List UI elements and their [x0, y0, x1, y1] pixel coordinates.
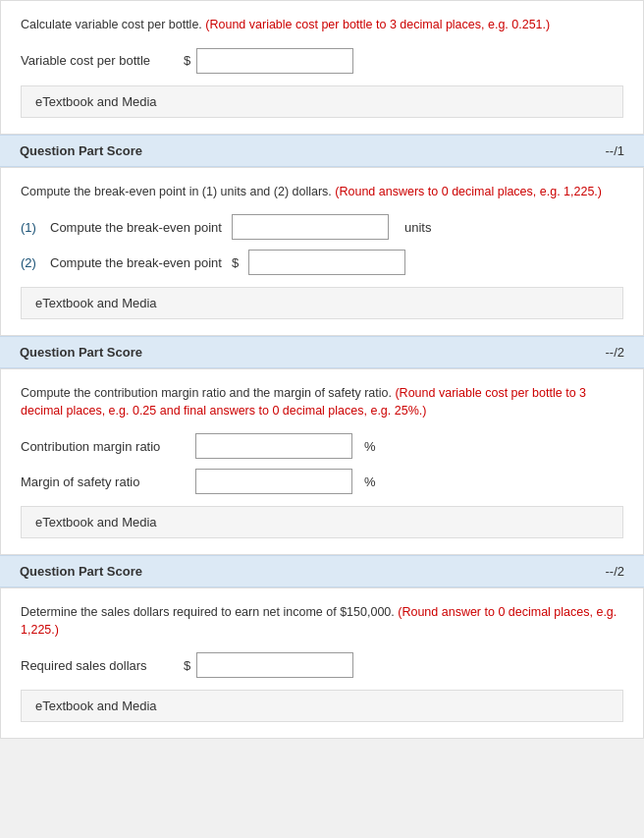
required-sales-label: Required sales dollars — [21, 658, 178, 673]
contribution-margin-label: Contribution margin ratio — [21, 439, 188, 454]
score-label-2: Question Part Score — [20, 345, 142, 360]
etextbook-label-4: eTextbook and Media — [35, 698, 157, 713]
percent-label-1: % — [364, 439, 376, 454]
dollar-sign-4: $ — [184, 658, 190, 673]
break-even-row-1: (1) Compute the break-even point units — [21, 214, 623, 240]
break-even-units-input[interactable] — [232, 214, 389, 240]
row-number-1: (1) — [21, 220, 40, 235]
dollar-sign-2: $ — [232, 255, 239, 270]
score-bar-2: Question Part Score --/2 — [0, 336, 644, 368]
instruction-required-sales: Determine the sales dollars required to … — [21, 604, 623, 639]
percent-label-2: % — [364, 475, 376, 489]
etextbook-label-3: eTextbook and Media — [35, 515, 157, 530]
instruction-black-4: Determine the sales dollars required to … — [21, 605, 395, 619]
score-bar-1: Question Part Score --/1 — [0, 135, 644, 167]
break-even-label-1: Compute the break-even point — [50, 220, 222, 235]
break-even-dollars-input[interactable] — [248, 250, 405, 275]
score-label-3: Question Part Score — [20, 564, 142, 579]
section-break-even: Compute the break-even point in (1) unit… — [0, 167, 644, 337]
margin-safety-label: Margin of safety ratio — [21, 475, 188, 489]
score-value-3: --/2 — [606, 564, 625, 579]
required-sales-input[interactable] — [196, 652, 353, 678]
instruction-break-even: Compute the break-even point in (1) unit… — [21, 184, 623, 201]
score-value-1: --/1 — [606, 143, 625, 158]
break-even-row-2: (2) Compute the break-even point $ — [21, 250, 623, 275]
instruction-black-1: Calculate variable cost per bottle. — [21, 18, 202, 31]
contribution-margin-input[interactable] — [195, 433, 352, 459]
variable-cost-field-row: Variable cost per bottle $ — [21, 48, 623, 74]
section-contribution-margin: Compute the contribution margin ratio an… — [0, 368, 644, 555]
instruction-black-3: Compute the contribution margin ratio an… — [21, 386, 392, 400]
instruction-contribution-margin: Compute the contribution margin ratio an… — [21, 385, 623, 419]
section-required-sales: Determine the sales dollars required to … — [0, 587, 644, 739]
instruction-red-2: (Round answers to 0 decimal places, e.g.… — [332, 185, 602, 198]
margin-safety-row: Margin of safety ratio % — [21, 469, 623, 494]
instruction-red-1: (Round variable cost per bottle to 3 dec… — [202, 18, 550, 31]
instruction-black-2: Compute the break-even point in (1) unit… — [21, 185, 332, 198]
etextbook-bar-1[interactable]: eTextbook and Media — [21, 85, 623, 118]
contribution-margin-row: Contribution margin ratio % — [21, 433, 623, 459]
margin-safety-input[interactable] — [195, 469, 352, 494]
etextbook-bar-3[interactable]: eTextbook and Media — [21, 506, 623, 538]
dollar-sign-1: $ — [184, 53, 190, 68]
variable-cost-label: Variable cost per bottle — [21, 53, 178, 68]
instruction-variable-cost: Calculate variable cost per bottle. (Rou… — [21, 17, 623, 34]
row-number-2: (2) — [21, 255, 40, 270]
section-variable-cost: Calculate variable cost per bottle. (Rou… — [0, 0, 644, 135]
etextbook-label-2: eTextbook and Media — [35, 296, 157, 310]
variable-cost-input[interactable] — [196, 48, 353, 74]
etextbook-bar-2[interactable]: eTextbook and Media — [21, 287, 623, 319]
required-sales-field-row: Required sales dollars $ — [21, 652, 623, 678]
score-bar-3: Question Part Score --/2 — [0, 555, 644, 587]
break-even-label-2: Compute the break-even point — [50, 255, 222, 270]
score-value-2: --/2 — [606, 345, 625, 360]
units-label: units — [404, 220, 431, 235]
etextbook-bar-4[interactable]: eTextbook and Media — [21, 690, 623, 722]
etextbook-label-1: eTextbook and Media — [35, 94, 157, 109]
score-label-1: Question Part Score — [20, 143, 142, 158]
